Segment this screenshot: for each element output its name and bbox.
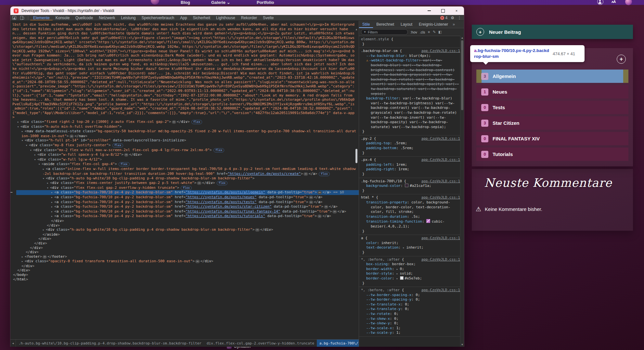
device-toolbar-icon[interactable] (20, 16, 24, 19)
dom-tree-line[interactable]: ▸<div class="flex items-center justify-b… (10, 181, 359, 186)
scrollbar-thumb[interactable] (355, 149, 357, 163)
dom-closing-tag[interactable]: </div> (10, 237, 359, 241)
new-post-button[interactable]: + Neuer Beitrag (472, 25, 633, 39)
flex-badge[interactable]: flex (191, 120, 202, 124)
dom-tree-line[interactable]: ⋯▸<a class="bg-fuchsia-700/10 px-4 py-2 … (16, 190, 359, 195)
maximize-button[interactable] (436, 6, 450, 15)
flex-badge[interactable]: flex (217, 181, 228, 185)
tab-rekorder[interactable]: Rekorder (238, 15, 260, 20)
css-rule[interactable]: .backdrop-blur-sm {app-CzoVpJLD.css:1--t… (359, 48, 460, 136)
css-property[interactable]: --tw-scale-x: 1; (361, 326, 460, 331)
dom-tree-line[interactable]: ▸<a class="bg-fuchsia-700/10 px-4 py-2 b… (10, 204, 359, 209)
settings-gear-icon[interactable]: ⚙ (451, 16, 454, 20)
error-badge[interactable]: ×4 (440, 16, 448, 20)
css-property[interactable]: box-sizing: border-box; (361, 262, 460, 267)
dom-closing-tag[interactable]: </aside> (10, 232, 359, 237)
panel-layout-icon[interactable]: ◧ (438, 30, 442, 34)
css-property[interactable]: transition-property: color, background-c… (361, 200, 460, 214)
minimize-button[interactable] (422, 6, 436, 15)
toggle-class-button[interactable]: .cls (420, 30, 425, 34)
css-property[interactable]: padding-right: 1rem; (361, 167, 460, 172)
translate-icon[interactable]: ᴀA (612, 0, 615, 4)
breadcrumb-left-icon[interactable]: ◀ (10, 340, 16, 347)
dom-tree-line[interactable]: ▸<div class="fixed right-2 top-20 z-[100… (10, 120, 359, 124)
dom-text-node[interactable]: lbst in die Suche aufnehme, wei\u00df ic… (10, 22, 359, 120)
elements-scrollbar[interactable]: ▲ (355, 28, 358, 339)
scrollbar-thumb[interactable] (461, 40, 463, 110)
category-link-allgemein[interactable]: 3Allgemein (476, 70, 628, 83)
category-link-tests[interactable]: 0Tests (476, 101, 628, 114)
styles-scrollbar[interactable]: ▲ ▼ (460, 36, 464, 347)
css-property[interactable]: padding-bottom: .5rem; (361, 146, 460, 151)
new-style-rule-icon[interactable]: + (428, 30, 430, 34)
sidebar-tab-ereignis-listener[interactable]: Ereignis-Listener (416, 21, 451, 28)
css-rule[interactable]: .py-2 {app-CzoVpJLD.css:1padding-top: .5… (359, 136, 460, 157)
dom-tree-line[interactable]: ▾<div class="h-auto bg-white/10 bg-clip-… (10, 176, 359, 181)
css-property[interactable]: --tw-rotate: 0; (361, 312, 460, 317)
dom-closing-tag[interactable]: </body> (10, 273, 359, 277)
css-source-link[interactable]: app-CzoVpJLD.css:1 (419, 288, 460, 293)
css-property[interactable]: --tw-backdrop-blur: blur(4px); (361, 54, 460, 58)
css-property[interactable]: --tw-border-spacing-y: 0; (361, 297, 460, 302)
css-property[interactable]: --tw-translate-x: 0; (361, 302, 460, 307)
css-property[interactable]: color: inherit; (361, 241, 460, 246)
dom-closing-tag[interactable]: </div> (10, 219, 359, 223)
tab-sicherheit[interactable]: Sicherheit (190, 15, 213, 20)
css-rule[interactable]: *, :before, :after {app-CzoVpJLD.css:1bo… (359, 256, 460, 287)
close-button[interactable]: × (450, 6, 463, 15)
flex-badge[interactable]: flex (319, 172, 330, 176)
css-property[interactable]: padding-top: .5rem; (361, 141, 460, 146)
user-avatar[interactable] (625, 0, 632, 5)
tab-elemente[interactable]: Elemente (30, 15, 53, 20)
dom-tree-line[interactable]: ▸<a class="inline-flex w-full items-cent… (10, 167, 359, 176)
nav-link-blog[interactable]: Blog (181, 0, 190, 5)
flex-badge[interactable]: flex (181, 186, 192, 190)
tab-konsole[interactable]: Konsole (53, 15, 72, 20)
css-property[interactable]: ⚠-webkit-backdrop-filter: var(--tw-backd… (361, 58, 460, 96)
tab-app[interactable]: App (177, 15, 190, 20)
dom-tree-line[interactable]: ▸<a class="bg-fuchsia-700/10 px-4 py-2 b… (10, 209, 359, 214)
css-source-link[interactable]: app-CzoVpJLD.css:1 (419, 257, 460, 262)
dom-tree-line[interactable]: ▾<div class="w-full lg:w-4/12"> (10, 157, 359, 162)
css-rule[interactable]: .px-4 {app-CzoVpJLD.css:1padding-left: 1… (359, 157, 460, 178)
css-property[interactable]: padding-left: 1rem; (361, 162, 460, 167)
dom-closing-tag[interactable]: </div> (10, 250, 359, 254)
dom-closing-tag[interactable]: </div> (10, 241, 359, 246)
css-property[interactable]: transition-duration: .5s; (361, 214, 460, 219)
css-property[interactable]: transition-timing-function: cubic-bezier… (361, 219, 460, 229)
css-property[interactable]: border-color: ▸ #e5e7eb; (361, 276, 460, 281)
sidebar-tab-layout[interactable]: Layout (397, 21, 416, 28)
dom-tree-line[interactable]: ▾<div class="flex flex-col gap-2 overflo… (10, 186, 359, 190)
dom-tree-line[interactable]: ▸<a class="bg-fuchsia-700/10 px-4 py-2 b… (10, 200, 359, 205)
add-category-button[interactable]: + (617, 55, 626, 64)
css-property[interactable]: border-width: ▸ 0; (361, 267, 460, 272)
dom-tree-line[interactable]: ▾<div class="h-full pt-14" id="scrollbar… (10, 138, 359, 143)
dom-tree-line[interactable]: ▾<div class="h-auto min-h-full overflow-… (10, 124, 359, 129)
dom-tree-line[interactable]: ▸<div class="h-auto bg-white/10 bg-clip-… (10, 227, 359, 232)
css-rule[interactable]: *, :before, :after {app-CzoVpJLD.css:1--… (359, 287, 460, 337)
more-menu-icon[interactable]: ⋮ (457, 16, 461, 20)
dom-tree-line[interactable]: ▾<div class="my-8 flex justify-center">f… (10, 143, 359, 148)
breadcrumb-item[interactable]: .h-auto.bg-white\/10.bg-clip-padding.p-4… (16, 341, 204, 345)
dom-tree-line[interactable]: ▾<aside class="flex flex-col gap-4">flex (10, 162, 359, 167)
dom-tree-line[interactable]: ▸<a class="bg-fuchsia-700/10 px-4 py-2 b… (10, 195, 359, 200)
breadcrumb-item[interactable]: a.bg-fuchsia-700\/10.px-4.py-2.backdrop-… (317, 340, 359, 347)
css-property[interactable]: --tw-border-spacing-x: 0; (361, 293, 460, 298)
css-rule[interactable]: .bg-fuchsia-700\/10 {app-CzoVpJLD.css:1b… (359, 178, 460, 195)
account-icon[interactable] (597, 0, 603, 5)
dom-closing-tag[interactable]: </html> (10, 277, 359, 282)
site-nav-avatar[interactable] (151, 0, 159, 5)
css-source-link[interactable]: app-CzoVpJLD.css:1 (419, 158, 460, 162)
category-link-tutorials[interactable]: 0Tutorials (476, 148, 628, 161)
nav-link-galerie[interactable]: Galerie ⌄ (211, 0, 230, 5)
css-rule[interactable]: a {app-CzoVpJLD.css:1color: inherit;text… (359, 235, 460, 256)
css-source-link[interactable]: app-CzoVpJLD.css:1 (419, 236, 460, 241)
sidebar-tab-stile[interactable]: Stile (359, 21, 373, 28)
scroll-up-icon[interactable]: ▲ (355, 28, 358, 31)
toggle-hover-button[interactable]: :hov (410, 30, 417, 34)
dom-tree-line[interactable]: ▸<div class="opacity-0 fixed transform t… (10, 259, 359, 264)
scroll-down-icon[interactable]: ▼ (460, 343, 464, 346)
filter-input[interactable]: ▼ Filtern (361, 29, 408, 35)
css-property[interactable]: text-decoration: ▸ inherit; (361, 245, 460, 250)
css-source-link[interactable]: app-CzoVpJLD.css:1 (419, 49, 460, 54)
